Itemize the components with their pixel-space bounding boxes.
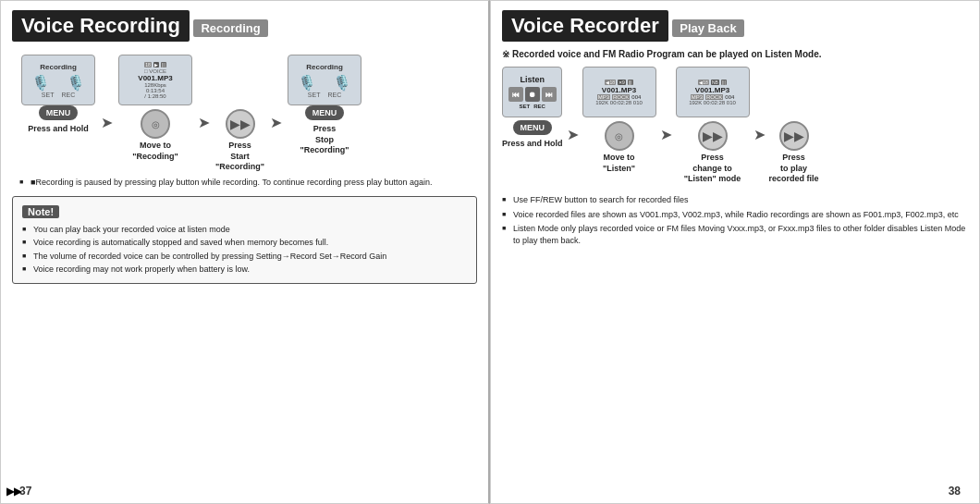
pb-step3-label: Presschange to"Listen" mode [684, 153, 741, 185]
pb-screen-2: ◀18 NB ||| V001.MP3 MP3 ROCK 004 192K 00… [676, 67, 750, 117]
pb-arrow-3: ➤ [753, 126, 766, 143]
step1: Recording 🎙️ 🎙️ SETREC MENU Press and Ho… [21, 55, 95, 135]
left-page-num: 37 [19, 485, 31, 498]
step1-label: Press and Hold [28, 124, 89, 135]
screen-recording-2: Recording 🎙️ 🎙️ SETREC [288, 55, 361, 105]
pb-nav-btn[interactable]: ◎ [605, 121, 634, 151]
note-title: Note! [22, 205, 59, 218]
bullet-2: Listen Mode only plays recorded voice or… [502, 223, 968, 246]
step3-label: PressStart"Recording" [215, 141, 264, 173]
pb-step2: ◀18 ✕9 ||| V001.MP3 MP3 ROCK 004 192K 00… [582, 67, 656, 174]
step4: Recording 🎙️ 🎙️ SETREC MENU PressStop"Re… [288, 55, 361, 156]
left-section-header: Recording [193, 19, 267, 37]
note-item-1: Voice recording is automatically stopped… [22, 237, 467, 249]
pb-screen-1: ◀18 ✕9 ||| V001.MP3 MP3 ROCK 004 192K 00… [582, 67, 656, 117]
menu-btn-4[interactable]: MENU [305, 105, 345, 120]
play-btn-3[interactable]: ▶▶ [226, 109, 255, 139]
pb-step4: ▶▶ Pressto playrecorded file [769, 67, 819, 185]
step3: ▶▶ PressStart"Recording" [215, 55, 264, 173]
pb-step3: ◀18 NB ||| V001.MP3 MP3 ROCK 004 192K 00… [676, 67, 750, 185]
arrow-3: ➤ [270, 114, 282, 131]
right-page-title: Voice Recorder [502, 10, 668, 42]
right-page-num: 38 [949, 485, 961, 498]
bullets-section: Use FF/REW button to search for recorded… [502, 194, 968, 246]
bullet-1: Voice recorded files are shown as V001.m… [502, 209, 968, 221]
pb-step1-label: Press and Hold [502, 139, 563, 150]
nav-btn-2[interactable]: ◎ [141, 109, 170, 139]
pb-menu-btn[interactable]: MENU [513, 120, 553, 135]
pb-arrow-2: ➤ [660, 126, 672, 143]
page-right: Voice Recorder Play Back Recorded voice … [490, 0, 980, 504]
playback-steps: Listen ⏮ ⏺ ⏭ SETREC MENU Press and Hold … [502, 67, 968, 185]
pause-note: ■Recording is paused by pressing play bu… [19, 177, 477, 189]
pb-play-btn[interactable]: ▶▶ [779, 121, 809, 151]
pb-step2-label: Move to"Listen" [603, 153, 635, 174]
note-item-2: The volume of recorded voice can be cont… [22, 251, 467, 263]
bullet-0: Use FF/REW button to search for recorded… [502, 194, 968, 206]
step4-label: PressStop"Recording" [300, 124, 349, 156]
listen-box: Listen ⏮ ⏺ ⏭ SETREC [502, 67, 562, 117]
screen-recording-1: Recording 🎙️ 🎙️ SETREC [21, 55, 95, 105]
pb-step1: Listen ⏮ ⏺ ⏭ SETREC MENU Press and Hold [502, 67, 563, 150]
pb-arrow-1: ➤ [567, 126, 579, 143]
note-item-3: Voice recording may not work properly wh… [22, 264, 467, 276]
step2-label: Move to"Recoding" [132, 141, 178, 162]
right-section-header: Play Back [672, 19, 743, 37]
pb-change-btn[interactable]: ▶▶ [698, 121, 728, 151]
note-item-0: You can play back your recorded voice at… [22, 224, 467, 236]
recorded-note: Recorded voice and FM Radio Program can … [502, 49, 968, 59]
arrow-2: ➤ [198, 114, 210, 131]
screen-file-info: 18 ▶ ||| □ VOICE V001.MP3 128Kbps 0:13:5… [118, 55, 192, 105]
pb-step4-label: Pressto playrecorded file [769, 153, 819, 185]
menu-btn-1[interactable]: MENU [39, 105, 79, 120]
step2: 18 ▶ ||| □ VOICE V001.MP3 128Kbps 0:13:5… [118, 55, 192, 162]
left-page-title: Voice Recording [12, 10, 190, 42]
arrow-1: ➤ [101, 114, 113, 131]
recording-steps: Recording 🎙️ 🎙️ SETREC MENU Press and Ho… [21, 55, 477, 173]
note-box: Note! You can play back your recorded vo… [12, 196, 477, 284]
page-left: Voice Recording Recording Recording 🎙️ 🎙… [0, 0, 490, 504]
